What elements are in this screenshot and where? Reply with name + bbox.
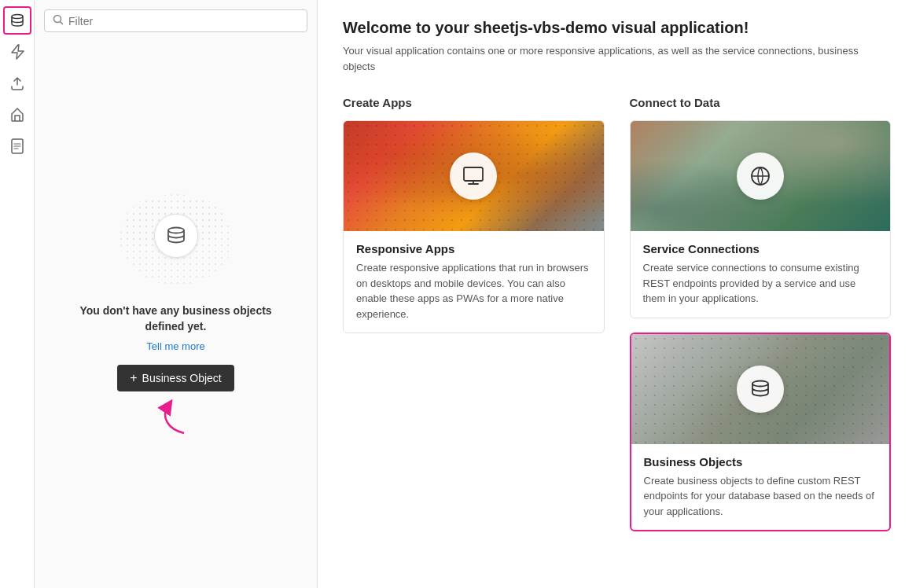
responsive-apps-card[interactable]: Responsive Apps Create responsive applic… [343, 120, 605, 333]
arrow-annotation [153, 398, 200, 443]
create-apps-section: Create Apps Responsive Apps Create respo… [343, 96, 605, 546]
filter-input[interactable] [68, 15, 299, 28]
svg-point-10 [752, 380, 768, 386]
sidebar-icon-home[interactable] [3, 101, 31, 129]
sidebar [0, 0, 35, 588]
responsive-apps-card-body: Responsive Apps Create responsive applic… [344, 231, 604, 333]
empty-icon-container [113, 181, 239, 291]
left-panel: You don't have any business objects defi… [35, 0, 318, 588]
sidebar-icon-layers[interactable] [3, 6, 31, 35]
responsive-apps-card-image [344, 121, 604, 231]
search-icon [53, 14, 64, 28]
svg-point-7 [168, 227, 184, 233]
add-button-label: Business Object [142, 372, 222, 384]
service-icon-circle [737, 153, 784, 200]
responsive-apps-title: Responsive Apps [356, 242, 591, 255]
welcome-title: Welcome to your sheetjs-vbs-demo visual … [343, 19, 891, 37]
responsive-apps-desc: Create responsive applications that run … [356, 260, 591, 322]
welcome-subtitle: Your visual application contains one or … [343, 43, 891, 74]
business-objects-card[interactable]: Business Objects Create business objects… [630, 333, 892, 532]
filter-bar[interactable] [44, 9, 307, 32]
service-connections-card-body: Service Connections Create service conne… [631, 231, 891, 318]
connect-data-section: Connect to Data Service Connections C [630, 96, 892, 546]
service-connections-desc: Create service connections to consume ex… [643, 260, 878, 307]
svg-point-0 [12, 15, 23, 19]
database-icon-circle [154, 214, 198, 258]
sidebar-icon-upload[interactable] [3, 69, 31, 97]
connect-data-heading: Connect to Data [630, 96, 892, 109]
create-apps-heading: Create Apps [343, 96, 605, 109]
plus-icon: + [130, 371, 137, 385]
business-db-icon-circle [737, 366, 784, 413]
empty-state-text: You don't have any business objects defi… [60, 303, 292, 334]
monitor-icon-circle [450, 153, 497, 200]
business-objects-desc: Create business objects to define custom… [644, 473, 877, 520]
business-objects-card-body: Business Objects Create business objects… [631, 444, 890, 531]
sidebar-icon-document[interactable] [3, 132, 31, 160]
business-objects-title: Business Objects [644, 455, 877, 469]
svg-rect-8 [464, 167, 483, 181]
main-content: Welcome to your sheetjs-vbs-demo visual … [318, 0, 916, 588]
empty-state: You don't have any business objects defi… [44, 45, 307, 579]
service-connections-card-image [631, 121, 891, 231]
business-objects-card-image [631, 334, 890, 444]
add-business-object-button[interactable]: + Business Object [117, 365, 234, 391]
sections-row: Create Apps Responsive Apps Create respo… [343, 96, 891, 546]
sidebar-icon-flash[interactable] [3, 38, 31, 66]
tell-more-link[interactable]: Tell me more [146, 340, 204, 352]
service-connections-title: Service Connections [643, 242, 878, 255]
service-connections-card[interactable]: Service Connections Create service conne… [630, 120, 892, 318]
